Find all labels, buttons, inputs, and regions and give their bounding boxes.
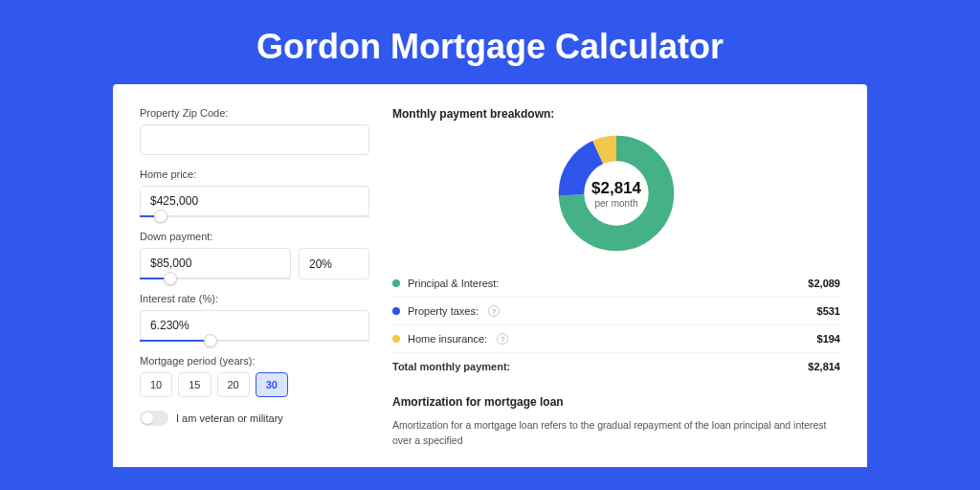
slider-thumb[interactable]	[204, 334, 217, 347]
home-price-label: Home price:	[140, 168, 369, 180]
amortization-text: Amortization for a mortgage loan refers …	[392, 418, 840, 449]
legend-value: $194	[817, 333, 840, 345]
legend-value: $2,089	[808, 278, 840, 289]
period-option-20[interactable]: 20	[217, 372, 250, 397]
legend-label: Home insurance:	[408, 333, 487, 345]
total-label: Total monthly payment:	[392, 361, 510, 372]
donut-chart: $2,814 per month	[557, 134, 676, 253]
period-option-30[interactable]: 30	[256, 372, 288, 397]
legend-label: Principal & Interest:	[408, 278, 499, 289]
legend-label: Property taxes:	[408, 305, 479, 317]
donut-wrap: $2,814 per month	[392, 130, 840, 270]
page-title: Gordon Mortgage Calculator	[0, 0, 980, 84]
military-toggle[interactable]	[140, 411, 168, 426]
slider-thumb[interactable]	[164, 272, 177, 285]
period-block: Mortgage period (years): 10152030	[140, 355, 369, 397]
legend-row: Principal & Interest:$2,089	[392, 270, 840, 298]
help-icon[interactable]: ?	[497, 333, 508, 345]
amortization-block: Amortization for mortgage loan Amortizat…	[392, 395, 840, 449]
interest-input[interactable]	[140, 310, 369, 341]
zip-label: Property Zip Code:	[140, 107, 369, 119]
legend-row: Property taxes:?$531	[392, 298, 840, 325]
period-option-15[interactable]: 15	[178, 372, 211, 397]
interest-label: Interest rate (%):	[140, 293, 369, 304]
calculator-card: Property Zip Code: Home price: Down paym…	[113, 84, 867, 467]
down-payment-block: Down payment:	[140, 231, 369, 279]
military-label: I am veteran or military	[176, 412, 283, 424]
total-value: $2,814	[808, 361, 840, 372]
zip-input[interactable]	[140, 124, 369, 155]
donut-value: $2,814	[591, 179, 641, 198]
amortization-heading: Amortization for mortgage loan	[392, 395, 840, 409]
legend-swatch	[392, 279, 400, 287]
home-price-slider[interactable]	[140, 215, 369, 217]
period-option-10[interactable]: 10	[140, 372, 172, 397]
legend-swatch	[392, 307, 400, 315]
breakdown-title: Monthly payment breakdown:	[392, 107, 840, 121]
home-price-block: Home price:	[140, 168, 369, 217]
interest-block: Interest rate (%):	[140, 293, 369, 342]
down-payment-percent-input[interactable]	[299, 248, 369, 279]
interest-slider[interactable]	[140, 340, 369, 342]
form-column: Property Zip Code: Home price: Down paym…	[140, 107, 369, 467]
legend-row: Home insurance:?$194	[392, 325, 840, 353]
home-price-input[interactable]	[140, 186, 369, 216]
breakdown-column: Monthly payment breakdown: $2,814 per mo…	[392, 107, 840, 467]
period-label: Mortgage period (years):	[140, 355, 369, 367]
toggle-knob	[142, 412, 153, 424]
military-row: I am veteran or military	[140, 411, 369, 426]
down-payment-label: Down payment:	[140, 231, 369, 242]
zip-field-block: Property Zip Code:	[140, 107, 369, 155]
donut-sub: per month	[594, 198, 637, 209]
legend-value: $531	[817, 305, 840, 317]
total-row: Total monthly payment: $2,814	[392, 353, 840, 380]
slider-thumb[interactable]	[154, 210, 167, 223]
legend: Principal & Interest:$2,089Property taxe…	[392, 270, 840, 353]
down-payment-input[interactable]	[140, 248, 291, 278]
help-icon[interactable]: ?	[488, 305, 500, 317]
legend-swatch	[392, 335, 400, 343]
down-payment-slider[interactable]	[140, 278, 291, 279]
